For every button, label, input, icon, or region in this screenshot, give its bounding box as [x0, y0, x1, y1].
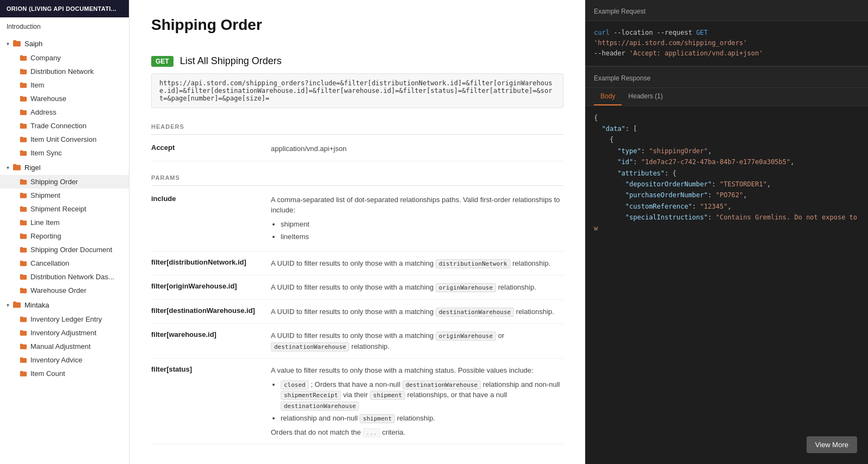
sidebar-item-item-count[interactable]: Item Count: [0, 367, 129, 380]
folder-icon: [13, 300, 21, 309]
example-request-label: Example Request: [585, 0, 868, 21]
sidebar-item-item-unit-conversion[interactable]: Item Unit Conversion: [0, 133, 129, 146]
sidebar-item-shipping-order[interactable]: Shipping Order: [0, 175, 129, 189]
param-row-filter-warehouse: filter[warehouse.id] A UUID to filter re…: [151, 324, 563, 359]
endpoint-section: GET List All Shipping Orders https://api…: [151, 55, 563, 444]
param-name: filter[status]: [151, 365, 271, 373]
sidebar-item-inventory-advice[interactable]: Inventory Advice: [0, 353, 129, 367]
sidebar-group-mintaka-header[interactable]: ▾ Mintaka: [0, 297, 129, 312]
sidebar-item-company[interactable]: Company: [0, 51, 129, 65]
sidebar-item-label: Item Sync: [30, 149, 62, 157]
param-desc: A UUID to filter results to only those w…: [271, 258, 563, 269]
sidebar-item-trade-connection[interactable]: Trade Connection: [0, 119, 129, 133]
param-row-filter-destination-warehouse: filter[destinationWarehouse.id] A UUID t…: [151, 300, 563, 324]
sidebar-item-label: Warehouse: [30, 95, 66, 103]
sidebar: ORION (LIVING API DOCUMENTATI... Introdu…: [0, 0, 129, 464]
sidebar-item-label: Shipment Receipt: [30, 205, 86, 213]
sidebar-item-distribution-network-das[interactable]: Distribution Network Das...: [0, 270, 129, 284]
param-desc: A UUID to filter results to only those w…: [271, 282, 563, 293]
example-response-label: Example Response: [585, 66, 868, 88]
response-tabs: Body Headers (1): [585, 88, 868, 106]
sidebar-item-shipment-receipt[interactable]: Shipment Receipt: [0, 202, 129, 216]
folder-icon: [20, 54, 27, 62]
folder-icon: [20, 343, 27, 350]
sidebar-item-shipping-order-document[interactable]: Shipping Order Document: [0, 243, 129, 256]
sidebar-item-label: Distribution Network: [30, 67, 94, 76]
app-title: ORION (LIVING API DOCUMENTATI...: [0, 0, 129, 17]
sidebar-item-label: Manual Adjustment: [30, 342, 91, 350]
view-more-button[interactable]: View More: [807, 436, 857, 453]
folder-icon: [20, 178, 27, 186]
param-row-filter-distribution-network: filter[distributionNetwork.id] A UUID to…: [151, 252, 563, 276]
param-name: filter[originWarehouse.id]: [151, 282, 271, 290]
endpoint-title: List All Shipping Orders: [180, 55, 282, 67]
sidebar-item-inventory-adjustment[interactable]: Inventory Adjustment: [0, 326, 129, 340]
param-row-include: include A comma-separated list of dot-se…: [151, 188, 563, 252]
sidebar-item-manual-adjustment[interactable]: Manual Adjustment: [0, 340, 129, 353]
sidebar-item-label: Inventory Adjustment: [30, 329, 96, 337]
param-row-filter-status: filter[status] A value to filter results…: [151, 359, 563, 444]
header-name: Accept: [151, 143, 271, 152]
sidebar-item-label: Line Item: [30, 218, 59, 227]
chevron-down-icon: ▾: [7, 302, 9, 308]
sidebar-group-saiph-header[interactable]: ▾ Saiph: [0, 36, 129, 51]
headers-label: HEADERS: [151, 119, 563, 135]
sidebar-item-warehouse-order[interactable]: Warehouse Order: [0, 284, 129, 297]
sidebar-item-label: Item Unit Conversion: [30, 135, 96, 143]
folder-icon: [20, 192, 27, 199]
chevron-down-icon: ▾: [7, 165, 9, 171]
folder-icon: [20, 370, 27, 378]
folder-icon: [20, 205, 27, 213]
response-json: { "data": [ { "type": "shippingOrder", "…: [585, 106, 868, 241]
header-row-accept: Accept application/vnd.api+json: [151, 137, 563, 161]
sidebar-group-rigel-header[interactable]: ▾ Rigel: [0, 160, 129, 175]
header-value: application/vnd.api+json: [271, 143, 563, 154]
tab-body[interactable]: Body: [594, 88, 622, 105]
param-desc: A UUID to filter results to only those w…: [271, 330, 563, 352]
sidebar-item-label: Trade Connection: [30, 122, 86, 130]
curl-code: curl --location --request GET 'https://a…: [585, 21, 868, 66]
sidebar-item-label: Inventory Advice: [30, 356, 82, 364]
sidebar-item-label: Warehouse Order: [30, 286, 86, 294]
sidebar-item-label: Item: [30, 81, 44, 89]
chevron-down-icon: ▾: [7, 41, 9, 47]
tab-headers[interactable]: Headers (1): [622, 88, 669, 105]
endpoint-header: GET List All Shipping Orders: [151, 55, 563, 67]
param-row-filter-origin-warehouse: filter[originWarehouse.id] A UUID to fil…: [151, 275, 563, 300]
param-name: include: [151, 195, 271, 203]
folder-icon: [20, 122, 27, 130]
folder-icon: [13, 39, 21, 48]
sidebar-item-shipment[interactable]: Shipment: [0, 189, 129, 202]
sidebar-item-label: Inventory Ledger Entry: [30, 315, 102, 323]
param-desc: A comma-separated list of dot-separated …: [271, 195, 563, 244]
folder-icon: [20, 109, 27, 116]
sidebar-item-label: Shipping Order: [30, 178, 78, 186]
sidebar-item-line-item[interactable]: Line Item: [0, 216, 129, 229]
sidebar-group-saiph: ▾ Saiph Company Distribution Network Ite…: [0, 36, 129, 160]
sidebar-intro[interactable]: Introduction: [0, 17, 129, 36]
sidebar-item-warehouse[interactable]: Warehouse: [0, 92, 129, 105]
url-box: https://api.stord.com/shipping_orders?in…: [151, 73, 563, 108]
folder-icon: [20, 68, 27, 76]
folder-icon: [20, 329, 27, 337]
sidebar-item-address[interactable]: Address: [0, 105, 129, 119]
sidebar-item-reporting[interactable]: Reporting: [0, 229, 129, 243]
method-badge: GET: [151, 56, 173, 67]
folder-icon: [13, 163, 21, 172]
sidebar-item-label: Item Count: [30, 369, 65, 378]
right-panel: Example Request curl --location --reques…: [585, 0, 868, 464]
param-name: filter[warehouse.id]: [151, 330, 271, 338]
sidebar-item-company-label: Company: [30, 54, 61, 62]
folder-icon: [20, 273, 27, 281]
params-label: PARAMS: [151, 170, 563, 186]
sidebar-group-mintaka: ▾ Mintaka Inventory Ledger Entry Invento…: [0, 297, 129, 380]
folder-icon: [20, 287, 27, 294]
sidebar-item-label: Distribution Network Das...: [30, 273, 114, 281]
sidebar-item-item-sync[interactable]: Item Sync: [0, 146, 129, 160]
sidebar-item-inventory-ledger-entry[interactable]: Inventory Ledger Entry: [0, 312, 129, 326]
param-name: filter[distributionNetwork.id]: [151, 258, 271, 266]
sidebar-item-item[interactable]: Item: [0, 78, 129, 92]
sidebar-item-distribution-network[interactable]: Distribution Network: [0, 65, 129, 78]
sidebar-item-cancellation[interactable]: Cancellation: [0, 256, 129, 270]
sidebar-group-saiph-label: Saiph: [24, 40, 42, 48]
